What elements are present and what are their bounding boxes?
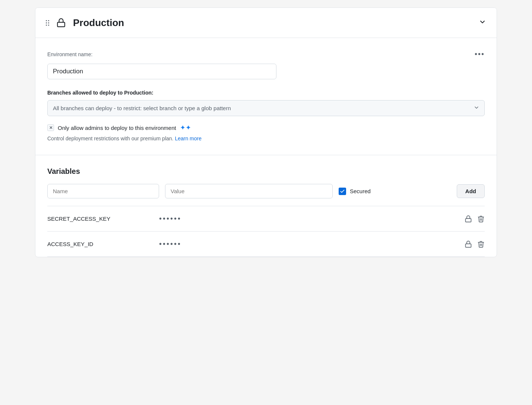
delete-variable-icon[interactable] [477, 215, 485, 223]
checkbox-x-icon: ✕ [49, 125, 53, 130]
drag-dot [46, 20, 47, 21]
variable-value-input[interactable] [165, 184, 333, 198]
variables-title: Variables [47, 167, 485, 176]
variable-actions [465, 240, 485, 248]
collapse-button[interactable] [479, 18, 486, 28]
variable-value: •••••• [159, 240, 465, 248]
branches-select-wrapper: All branches can deploy - to restrict: s… [47, 100, 485, 116]
variable-name: SECRET_ACCESS_KEY [47, 216, 159, 222]
variable-row: ACCESS_KEY_ID •••••• [47, 232, 485, 257]
more-menu-button[interactable]: ••• [475, 50, 485, 58]
production-card: Production Environment name: ••• Branche… [35, 7, 497, 257]
admin-row: ✕ Only allow admins to deploy to this en… [47, 124, 485, 132]
admin-label: Only allow admins to deploy to this envi… [58, 125, 176, 131]
variable-row: SECRET_ACCESS_KEY •••••• [47, 206, 485, 232]
svg-rect-0 [57, 22, 65, 27]
header-left: Production [46, 16, 124, 29]
branches-section: Branches allowed to deploy to Production… [47, 90, 485, 116]
page-title: Production [73, 17, 124, 29]
env-name-header: Environment name: ••• [47, 50, 485, 58]
branches-label: Branches allowed to deploy to Production… [47, 90, 485, 96]
drag-dot [48, 22, 49, 23]
secured-wrapper: Secured [339, 188, 371, 195]
variables-section: Variables Secured Add SECRET_ACCESS_KEY … [35, 155, 497, 257]
secured-label: Secured [350, 188, 371, 194]
drag-dot [48, 20, 49, 21]
svg-rect-1 [466, 219, 471, 222]
environment-settings: Environment name: ••• Branches allowed t… [35, 38, 497, 155]
lock-variable-icon[interactable] [465, 240, 472, 248]
env-name-input[interactable] [47, 64, 276, 79]
lock-variable-icon[interactable] [465, 215, 472, 223]
variable-actions [465, 215, 485, 223]
sparkle-icon: ✦✦ [180, 124, 191, 132]
variable-name-input[interactable] [47, 184, 159, 198]
lock-icon [54, 16, 68, 29]
variables-input-row: Secured Add [47, 184, 485, 198]
variable-value: •••••• [159, 214, 465, 223]
drag-dot [48, 25, 49, 26]
premium-note: Control deployment restrictions with our… [47, 135, 485, 141]
secured-checkbox[interactable] [339, 188, 346, 195]
env-name-label: Environment name: [47, 51, 92, 57]
delete-variable-icon[interactable] [477, 240, 485, 248]
svg-rect-2 [466, 244, 471, 247]
drag-handle[interactable] [46, 20, 49, 26]
card-header: Production [35, 8, 497, 38]
admin-checkbox[interactable]: ✕ [47, 124, 54, 131]
learn-more-link[interactable]: Learn more [175, 135, 202, 141]
branches-select[interactable]: All branches can deploy - to restrict: s… [47, 100, 485, 116]
premium-note-text: Control deployment restrictions with our… [47, 135, 173, 141]
drag-dot [46, 22, 47, 23]
drag-dot [46, 25, 47, 26]
variable-name: ACCESS_KEY_ID [47, 241, 159, 247]
add-variable-button[interactable]: Add [457, 184, 485, 198]
